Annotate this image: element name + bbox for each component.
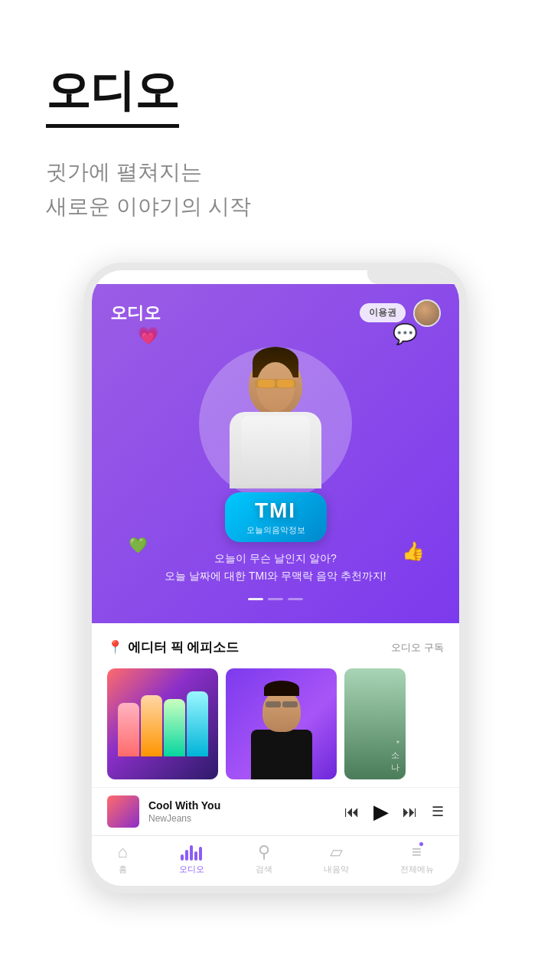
dot-3 (288, 598, 303, 600)
player-info: Cool With You NewJeans (148, 799, 335, 824)
banner-content: 💗 💬 💚 👍 (110, 339, 441, 601)
app-logo: 오디오 (110, 302, 161, 325)
episode-card-3[interactable]: * 소 나 (344, 668, 406, 779)
section-icon: 📍 (107, 639, 123, 655)
banner-area: 오디오 이용권 💗 💬 💚 (92, 284, 459, 624)
card-image-3: * 소 나 (344, 668, 406, 779)
nav-item-menu[interactable]: ≡ 전체메뉴 (400, 844, 434, 875)
player-controls: ⏮ ▶ ⏭ ☰ (344, 800, 444, 824)
app-content: 오디오 이용권 💗 💬 💚 (92, 284, 459, 887)
menu-icon-wrapper: ≡ (412, 844, 422, 861)
avatar-image (415, 301, 439, 325)
editor-pick-section: 📍 에디터 픽 에피소드 오디오 구독 (92, 623, 459, 787)
phone-mockup: 오디오 이용권 💗 💬 💚 (84, 263, 467, 894)
episode-card-2[interactable] (226, 668, 337, 779)
header-section: 오디오 귓가에 펼쳐지는 새로운 이야기의 시작 (0, 0, 551, 247)
nav-label-library: 내음악 (324, 864, 349, 875)
avatar[interactable] (413, 299, 441, 327)
section-title-text: 에디터 픽 에피소드 (128, 639, 239, 656)
user-badge[interactable]: 이용권 (360, 303, 406, 322)
nav-label-search: 검색 (256, 864, 272, 875)
next-button[interactable]: ⏭ (403, 803, 418, 821)
page-background: 오디오 귓가에 펼쳐지는 새로운 이야기의 시작 오디오 이용권 (0, 0, 551, 980)
star-emoji-icon: 💚 (129, 536, 148, 554)
tmi-sub-text: 오늘의음악정보 (246, 524, 305, 536)
banner-description: 오늘이 무슨 날인지 알아? 오늘 날짜에 대한 TMI와 무맥락 음악 추천까… (165, 550, 386, 586)
nav-label-menu: 전체메뉴 (400, 864, 434, 875)
heart-emoji-icon: 💗 (138, 326, 158, 346)
prev-button[interactable]: ⏮ (344, 803, 360, 821)
library-icon: ▱ (330, 844, 343, 861)
section-link[interactable]: 오디오 구독 (391, 641, 444, 655)
menu-notification-dot (419, 842, 423, 846)
person-body (230, 412, 321, 488)
player-bar: Cool With You NewJeans ⏮ ▶ ⏭ ☰ (92, 787, 459, 835)
dot-2 (268, 598, 283, 600)
playlist-button[interactable]: ☰ (432, 803, 444, 820)
phone-notch (367, 270, 459, 284)
chat-emoji-icon: 💬 (393, 322, 417, 346)
play-button[interactable]: ▶ (373, 800, 389, 824)
home-icon: ⌂ (117, 844, 127, 861)
nav-label-audio: 오디오 (179, 864, 204, 875)
app-header-bar: 오디오 이용권 (110, 299, 441, 327)
episode-card-1[interactable] (107, 668, 218, 779)
audio-icon (181, 844, 202, 861)
person-head (249, 354, 302, 416)
search-icon: ⚲ (258, 844, 270, 861)
section-title: 📍 에디터 픽 에피소드 (107, 639, 239, 656)
tmi-badge[interactable]: TMI 오늘의음악정보 (225, 492, 327, 542)
section-header: 📍 에디터 픽 에피소드 오디오 구독 (107, 639, 444, 656)
episode-card-row: * 소 나 (107, 668, 444, 779)
nav-label-home: 홈 (119, 864, 127, 875)
nav-item-audio[interactable]: 오디오 (179, 844, 204, 875)
phone-mockup-wrapper: 오디오 이용권 💗 💬 💚 (0, 263, 551, 894)
player-title: Cool With You (148, 799, 335, 812)
nav-item-library[interactable]: ▱ 내음악 (324, 844, 349, 875)
banner-pagination-dots (248, 598, 303, 600)
nav-item-search[interactable]: ⚲ 검색 (256, 844, 272, 875)
player-artist: NewJeans (148, 813, 335, 824)
tmi-main-text: TMI (246, 498, 305, 523)
page-subtitle: 귓가에 펼쳐지는 새로운 이야기의 시작 (46, 155, 505, 224)
bottom-navigation: ⌂ 홈 오디오 ⚲ (92, 835, 459, 886)
dot-active (248, 598, 263, 600)
thumb-emoji-icon: 👍 (402, 541, 425, 562)
card-image-2 (226, 668, 337, 779)
nav-item-home[interactable]: ⌂ 홈 (117, 844, 127, 875)
player-thumbnail (107, 795, 139, 828)
page-title: 오디오 (46, 61, 179, 128)
banner-circle (199, 347, 352, 500)
card-image-1 (107, 668, 218, 779)
